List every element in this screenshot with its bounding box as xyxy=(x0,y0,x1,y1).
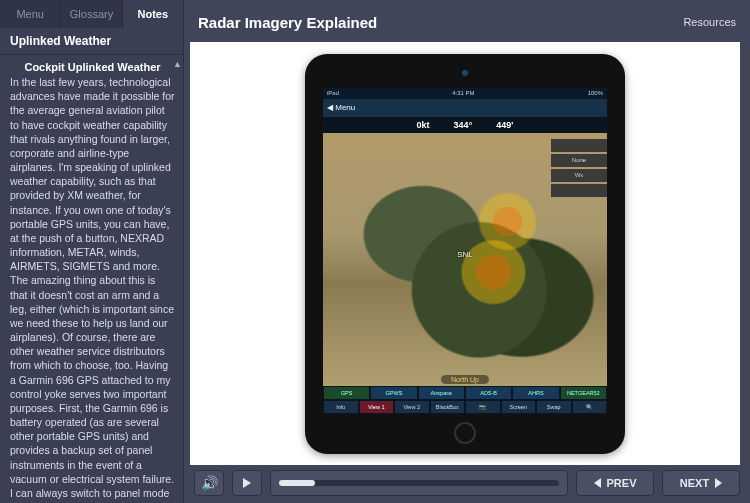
chevron-right-icon xyxy=(715,478,722,488)
btn-search-icon[interactable]: 🔍 xyxy=(572,400,608,414)
ios-status-bar: iPad 4:31 PM 100% xyxy=(323,88,607,99)
content-area: Radar Imagery Explained Resources iPad 4… xyxy=(184,0,750,503)
btn-airspace[interactable]: Airspace xyxy=(418,386,465,400)
sidebar-tabs: Menu Glossary Notes xyxy=(0,0,183,28)
app-root: Menu Glossary Notes Uplinked Weather ▲ C… xyxy=(0,0,750,503)
progress-fill xyxy=(279,480,315,486)
player-controls: 🔊 PREV NEXT xyxy=(184,469,750,503)
app-row-2: Info View 1 View 2 BlackBox 📷 Screen Swa… xyxy=(323,400,607,414)
prev-button[interactable]: PREV xyxy=(576,470,654,496)
btn-screen[interactable]: Screen xyxy=(501,400,537,414)
btn-netgear[interactable]: NETGEAR52 xyxy=(560,386,607,400)
btn-blackbox[interactable]: BlackBox xyxy=(430,400,466,414)
map-center-label: SNL xyxy=(457,249,473,258)
map-canvas[interactable]: None Wx SNL North Up xyxy=(323,133,607,386)
slide-stage: iPad 4:31 PM 100% ◀ Menu ☀ ▾ xyxy=(190,42,740,465)
heading-readout: 344° xyxy=(454,120,473,130)
page-title: Radar Imagery Explained xyxy=(198,14,377,31)
next-button[interactable]: NEXT xyxy=(662,470,740,496)
progress-track xyxy=(279,480,559,486)
play-icon xyxy=(243,478,251,488)
btn-ahrs[interactable]: AHRS xyxy=(512,386,559,400)
map-layer-buttons: None Wx xyxy=(551,139,607,199)
ipad-camera-icon xyxy=(462,70,468,76)
app-top-bar: ◀ Menu ☀ ▾ xyxy=(323,99,607,117)
speaker-icon: 🔊 xyxy=(201,475,218,491)
tab-menu[interactable]: Menu xyxy=(0,0,61,28)
speed-readout: 0kt xyxy=(417,120,430,130)
layer-button-3[interactable] xyxy=(551,184,607,197)
ios-status-right: 100% xyxy=(588,90,603,96)
sidebar-title: Uplinked Weather xyxy=(0,28,183,55)
content-header: Radar Imagery Explained Resources xyxy=(184,0,750,40)
progress-bar[interactable] xyxy=(270,470,568,496)
ios-status-center: 4:31 PM xyxy=(452,90,474,96)
btn-adsb[interactable]: ADS-B xyxy=(465,386,512,400)
layer-button-0[interactable] xyxy=(551,139,607,152)
layer-button-none[interactable]: None xyxy=(551,154,607,167)
ipad-device: iPad 4:31 PM 100% ◀ Menu ☀ ▾ xyxy=(305,54,625,454)
app-bottom-bars: GPS GPWS Airspace ADS-B AHRS NETGEAR52 I… xyxy=(323,386,607,414)
ios-status-left: iPad xyxy=(327,90,339,96)
btn-view1[interactable]: View 1 xyxy=(359,400,395,414)
btn-swap[interactable]: Swap xyxy=(536,400,572,414)
volume-button[interactable]: 🔊 xyxy=(194,470,224,496)
next-label: NEXT xyxy=(680,477,709,489)
altitude-readout: 449' xyxy=(496,120,513,130)
scroll-up-icon[interactable]: ▲ xyxy=(173,59,181,67)
ipad-screen: iPad 4:31 PM 100% ◀ Menu ☀ ▾ xyxy=(323,88,607,414)
flight-data-bar: 0kt 344° 449' xyxy=(323,117,607,133)
tab-notes[interactable]: Notes xyxy=(123,0,183,28)
ipad-home-button xyxy=(454,422,476,444)
sidebar: Menu Glossary Notes Uplinked Weather ▲ C… xyxy=(0,0,184,503)
prev-label: PREV xyxy=(607,477,637,489)
resources-link[interactable]: Resources xyxy=(683,16,736,28)
notes-heading: Cockpit Uplinked Weather xyxy=(10,61,175,73)
app-menu-button[interactable]: ◀ Menu xyxy=(327,103,355,112)
chevron-left-icon xyxy=(594,478,601,488)
btn-gps[interactable]: GPS xyxy=(323,386,370,400)
btn-gpws[interactable]: GPWS xyxy=(370,386,417,400)
notes-body: In the last few years, technological adv… xyxy=(10,75,175,503)
play-button[interactable] xyxy=(232,470,262,496)
north-up-badge[interactable]: North Up xyxy=(441,375,489,384)
btn-view2[interactable]: View 2 xyxy=(394,400,430,414)
btn-info[interactable]: Info xyxy=(323,400,359,414)
app-row-1: GPS GPWS Airspace ADS-B AHRS NETGEAR52 xyxy=(323,386,607,400)
notes-panel[interactable]: ▲ Cockpit Uplinked Weather In the last f… xyxy=(0,55,183,503)
main-area: Menu Glossary Notes Uplinked Weather ▲ C… xyxy=(0,0,750,503)
tab-glossary[interactable]: Glossary xyxy=(61,0,122,28)
layer-button-wx[interactable]: Wx xyxy=(551,169,607,182)
btn-camera-icon[interactable]: 📷 xyxy=(465,400,501,414)
